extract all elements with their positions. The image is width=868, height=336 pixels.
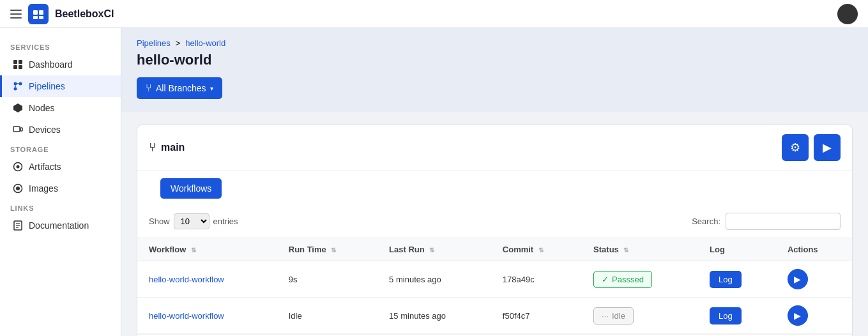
logo-icon	[32, 8, 45, 20]
all-branches-button[interactable]: ⑂ All Branches ▾	[137, 77, 222, 99]
run-button[interactable]: ▶	[814, 134, 841, 161]
branch-icon: ⑂	[146, 82, 152, 94]
page-title: hello-world	[137, 52, 853, 68]
table-toolbar: Show 10 25 50 100 entries Search:	[137, 205, 852, 238]
topnav-left: BeetleboxCI	[10, 4, 114, 24]
app-logo	[28, 4, 49, 24]
storage-section-label: Storage	[0, 141, 121, 156]
dashboard-icon	[12, 59, 24, 70]
workflows-button[interactable]: Workflows	[160, 178, 222, 199]
app-title: BeetleboxCI	[55, 8, 114, 20]
layout: Services Dashboard Pipelines Nodes Devic…	[0, 28, 868, 336]
col-lastrun: Last Run ⇅	[377, 238, 491, 261]
sidebar-label-artifacts: Artifacts	[29, 162, 61, 172]
sort-icon-workflow: ⇅	[191, 247, 196, 254]
cell-commit-1: f50f4c7	[491, 298, 582, 334]
sidebar-item-devices[interactable]: Devices	[0, 119, 121, 141]
action-play-button-0[interactable]: ▶	[788, 269, 808, 289]
table-header-row: Workflow ⇅ Run Time ⇅ Last Run ⇅ Commit …	[137, 238, 852, 261]
card-header-right: ⚙ ▶	[782, 134, 841, 161]
svg-rect-6	[13, 65, 17, 69]
sidebar-item-images[interactable]: Images	[0, 178, 121, 199]
sidebar-label-devices: Devices	[29, 125, 61, 135]
cell-lastrun-1: 15 minutes ago	[377, 298, 491, 334]
cell-actions-1: ▶	[776, 298, 852, 334]
sidebar-item-artifacts[interactable]: Artifacts	[0, 156, 121, 178]
sort-icon-commit: ⇅	[538, 247, 544, 254]
col-status: Status ⇅	[582, 238, 698, 261]
sidebar-item-nodes[interactable]: Nodes	[0, 97, 121, 119]
svg-rect-7	[19, 65, 22, 69]
card-header: ⑂ main ⚙ ▶	[137, 125, 852, 171]
documentation-icon	[12, 220, 24, 231]
cell-runtime-1: Idle	[277, 298, 377, 334]
workflows-button-label: Workflows	[171, 183, 211, 194]
sidebar-item-dashboard[interactable]: Dashboard	[0, 54, 121, 75]
sidebar-label-nodes: Nodes	[29, 103, 54, 113]
col-workflow: Workflow ⇅	[137, 238, 277, 261]
links-section-label: Links	[0, 199, 121, 215]
breadcrumb: Pipelines > hello-world	[137, 38, 853, 48]
workflow-link-1[interactable]: hello-world-workflow	[149, 311, 224, 321]
hamburger-menu[interactable]	[10, 10, 22, 19]
sort-icon-status: ⇅	[623, 247, 628, 254]
play-icon-0: ▶	[794, 274, 801, 284]
status-badge-0: ✓ Passsed	[593, 271, 652, 288]
sidebar-label-documentation: Documentation	[29, 220, 89, 231]
branch-button-label: All Branches	[156, 83, 206, 93]
sidebar-item-pipelines[interactable]: Pipelines	[0, 75, 121, 97]
sidebar-item-documentation[interactable]: Documentation	[0, 215, 121, 236]
chevron-down-icon: ▾	[210, 85, 213, 92]
cell-commit-0: 178a49c	[491, 261, 582, 298]
col-runtime: Run Time ⇅	[277, 238, 377, 261]
search-box: Search:	[692, 213, 841, 230]
play-circle-icon: ▶	[823, 141, 832, 155]
svg-marker-13	[13, 103, 22, 112]
col-commit: Commit ⇅	[491, 238, 582, 261]
header-area: Pipelines > hello-world hello-world ⑂ Al…	[121, 28, 868, 112]
workflow-link-0[interactable]: hello-world-workflow	[149, 275, 224, 284]
main-card: ⑂ main ⚙ ▶ Workflows	[137, 125, 853, 336]
breadcrumb-pipelines[interactable]: Pipelines	[137, 38, 171, 48]
user-avatar[interactable]	[837, 4, 858, 24]
table-row: hello-world-workflow Idle 15 minutes ago…	[137, 298, 852, 334]
sidebar-label-images: Images	[29, 183, 58, 194]
col-log: Log	[698, 238, 776, 261]
table-body: hello-world-workflow 9s 5 minutes ago 17…	[137, 261, 852, 334]
pipelines-icon	[12, 80, 24, 92]
content-area: ⑂ main ⚙ ▶ Workflows	[121, 112, 868, 336]
settings-button[interactable]: ⚙	[782, 134, 809, 161]
log-button-1[interactable]: Log	[710, 307, 742, 325]
cell-lastrun-0: 5 minutes ago	[377, 261, 491, 298]
branch-section-icon: ⑂	[149, 141, 156, 155]
workflows-table: Workflow ⇅ Run Time ⇅ Last Run ⇅ Commit …	[137, 238, 852, 334]
svg-rect-14	[13, 126, 20, 132]
cell-actions-0: ▶	[776, 261, 852, 298]
cell-status-1: ··· Idle	[582, 298, 698, 334]
entries-select[interactable]: 10 25 50 100	[174, 213, 209, 229]
svg-point-17	[17, 165, 20, 169]
cell-runtime-0: 9s	[277, 261, 377, 298]
search-label: Search:	[692, 217, 720, 226]
entries-label: entries	[213, 217, 238, 226]
cell-log-0: Log	[698, 261, 776, 298]
devices-icon	[12, 124, 24, 135]
topnav: BeetleboxCI	[0, 0, 868, 28]
breadcrumb-current[interactable]: hello-world	[185, 38, 225, 48]
log-button-0[interactable]: Log	[710, 271, 742, 288]
card-header-left: ⑂ main	[149, 141, 185, 155]
show-label: Show	[149, 217, 170, 226]
images-icon	[12, 183, 24, 194]
svg-rect-0	[33, 10, 38, 15]
gear-icon: ⚙	[790, 141, 800, 155]
sidebar-label-pipelines: Pipelines	[29, 81, 65, 91]
search-input[interactable]	[726, 213, 841, 230]
svg-point-10	[14, 88, 17, 91]
play-icon-1: ▶	[794, 310, 801, 321]
cell-workflow-1: hello-world-workflow	[137, 298, 277, 334]
workflows-btn-container: Workflows	[137, 171, 852, 205]
sort-icon-runtime: ⇅	[331, 247, 336, 254]
action-play-button-1[interactable]: ▶	[788, 305, 808, 326]
services-section-label: Services	[0, 38, 121, 54]
show-entries: Show 10 25 50 100 entries	[149, 213, 238, 229]
